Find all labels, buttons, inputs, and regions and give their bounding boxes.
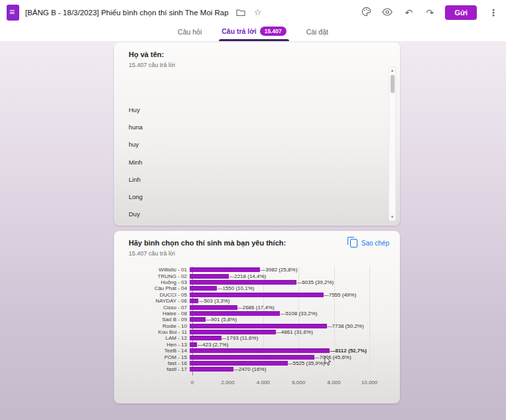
copy-icon (350, 239, 357, 247)
scroll-up-icon[interactable]: ▲ (389, 67, 395, 74)
chart-bar (190, 293, 324, 297)
chart-row: LAM - 12—1793 (11,6%) (114, 335, 400, 341)
question-title: Hãy bình chọn cho thí sinh mà bạn yêu th… (129, 239, 286, 247)
chart-row: NAYDAY - 06—503 (3,3%) (114, 298, 400, 304)
chart-row: Hen - 13—423 (2,7%) (114, 342, 400, 348)
answer-item: Long (129, 193, 381, 200)
question-title: Họ và tên: (129, 50, 164, 58)
chart-bar (190, 324, 327, 328)
chart-axis-tick: 8.000 (328, 380, 341, 385)
send-button[interactable]: Gửi (445, 5, 477, 20)
chart-value-label: —2686 (17,4%) (237, 305, 275, 311)
chart-rows: Willistic - 01—3982 (25,8%)TRUNG - 02—22… (114, 267, 400, 373)
copy-button[interactable]: Sao chép (350, 239, 389, 247)
chart-row: Halee - 08—5108 (33,2%) (114, 311, 400, 316)
tab-responses[interactable]: Câu trả lời 15.407 (220, 27, 287, 41)
chart-bar (190, 299, 198, 303)
chart-category-label: POM - 15 (114, 354, 190, 360)
chart-category-label: Huỗng - 03 (114, 279, 190, 285)
chart-value-label: —7738 (50,2%) (327, 323, 364, 329)
chart-category-label: Cậu Phát - 04 (114, 285, 190, 291)
chart-value-label: —503 (3,3%) (198, 298, 229, 304)
answer-item: Duy (129, 210, 381, 218)
chart-category-label: NAYDAY - 06 (114, 298, 190, 304)
tab-bar: Câu hỏi Câu trả lời 15.407 Cài đặt (0, 25, 506, 42)
star-icon[interactable]: ☆ (253, 7, 263, 18)
responses-count-text: 15.407 câu trả lời (129, 62, 175, 68)
chart-bar (190, 336, 221, 340)
chart-category-label: Kou Bùi - 11 (114, 329, 190, 335)
chart-category-label: TRUNG - 02 (114, 273, 190, 279)
chart-value-label: —4861 (31,6%) (276, 329, 313, 335)
chart-bar (190, 280, 296, 285)
top-toolbar: [BẢNG B - 18/3/2023] Phiếu bình chọn thí… (0, 0, 506, 42)
chart-category-label: Halee - 08 (114, 311, 190, 316)
chart-axis-tick: 6.000 (292, 380, 305, 385)
undo-icon[interactable]: ↶ (403, 7, 414, 18)
chart-row: POM - 15—7026 (45,6%) (114, 354, 400, 360)
chart-row: Huỗng - 03—6035 (39,2%) (114, 279, 400, 285)
tab-questions-label: Câu hỏi (178, 28, 202, 36)
chart-value-label: —2470 (16%) (233, 366, 266, 372)
chart-bar (190, 330, 276, 334)
copy-label: Sao chép (361, 240, 389, 247)
chart-row: fastl - 17—2470 (16%) (114, 366, 400, 372)
chart-axis-tick: 10.000 (361, 380, 377, 385)
redo-icon[interactable]: ↷ (424, 7, 436, 18)
chart-bar (190, 317, 206, 322)
google-forms-logo-icon[interactable] (7, 5, 19, 21)
chart-bar (190, 355, 314, 360)
scroll-down-icon[interactable]: ▼ (389, 214, 395, 220)
responses-count-text: 15.407 câu trả lời (129, 250, 175, 257)
more-options-icon[interactable]: ⋮ (486, 7, 501, 18)
scrollbar-thumb[interactable] (391, 75, 395, 93)
tab-settings[interactable]: Cài đặt (305, 28, 330, 41)
question-card-vote: Hãy bình chọn cho thí sinh mà bạn yêu th… (114, 231, 400, 403)
chart-row: Kou Bùi - 11—4861 (31,6%) (114, 329, 400, 335)
answer-item: Linh (129, 176, 381, 183)
move-to-folder-icon[interactable] (235, 7, 246, 18)
responses-count-badge: 15.407 (260, 27, 286, 36)
chart-row: Rodie - 10—7738 (50,2%) (114, 323, 400, 329)
answers-list[interactable]: HuyhunahuyMinhLinhLongDuy (129, 73, 381, 220)
chart-category-label: Sad B - 09 (114, 316, 190, 322)
chart-row: TRUNG - 02—2218 (14,4%) (114, 273, 400, 279)
chart-bar (190, 274, 229, 279)
chart-bar (190, 286, 217, 291)
chart-value-label: —423 (2,7%) (197, 342, 228, 348)
chart-value-label: —7555 (49%) (324, 292, 356, 298)
chart-bar (190, 267, 260, 272)
chart-row: Cisso - 07—2686 (17,4%) (114, 304, 400, 310)
chart-category-label: Willistic - 01 (114, 267, 190, 273)
chart-bar (190, 361, 288, 366)
answer-item: huy (129, 141, 381, 148)
answer-item: huna (129, 123, 381, 131)
chart-bar (190, 348, 330, 353)
chart-row: Willistic - 01—3982 (25,8%) (114, 267, 400, 273)
chart-bar (190, 367, 233, 372)
chart-row: Cậu Phát - 04—1550 (10,1%) (114, 285, 400, 291)
chart-value-label: —2218 (14,4%) (229, 273, 266, 279)
tab-responses-label: Câu trả lời (221, 27, 256, 35)
chart-value-label: —8112 (52,7%) (330, 348, 367, 354)
chart-value-label: —3982 (25,8%) (260, 267, 297, 273)
chart-category-label: Cisso - 07 (114, 305, 190, 311)
chart-value-label: —5108 (33,2%) (280, 311, 317, 316)
chart-bar (190, 342, 197, 347)
tab-questions[interactable]: Câu hỏi (176, 28, 203, 41)
tab-settings-label: Cài đặt (306, 28, 328, 36)
chart-value-label: —5525 (35,9%) (288, 360, 325, 366)
chart-value-label: —1550 (10,1%) (217, 285, 254, 291)
chart-bar (190, 305, 237, 310)
chart-category-label: fast - 16 (114, 360, 190, 366)
answers-scrollbar[interactable]: ▲ ▼ (389, 66, 396, 221)
chart-axis-tick: 4.000 (257, 380, 270, 385)
preview-eye-icon[interactable] (381, 7, 393, 18)
document-title[interactable]: [BẢNG B - 18/3/2023] Phiếu bình chọn thí… (25, 9, 229, 17)
chart-row: TeeB - 14—8112 (52,7%) (114, 348, 400, 354)
chart-category-label: Rodie - 10 (114, 323, 190, 329)
chart-axis-tick: 0 (191, 380, 194, 385)
chart-category-label: Hen - 13 (114, 342, 190, 348)
theme-palette-icon[interactable] (360, 7, 372, 19)
chart-category-label: TeeB - 14 (114, 348, 190, 354)
